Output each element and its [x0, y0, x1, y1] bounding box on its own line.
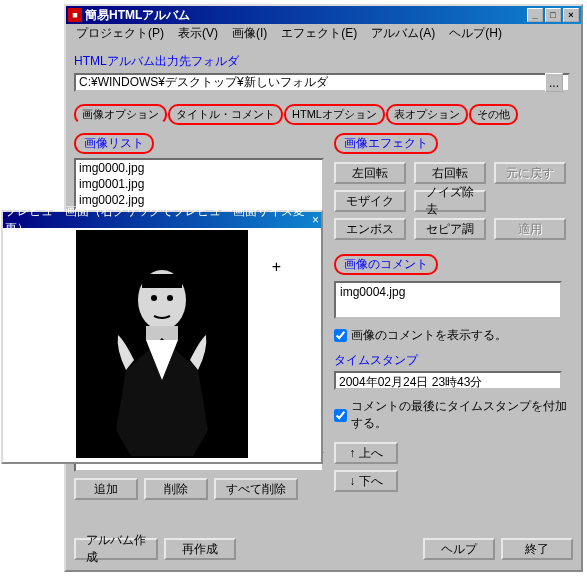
menu-album[interactable]: アルバム(A) [365, 23, 441, 44]
emboss-button[interactable]: エンボス [334, 218, 406, 240]
maximize-button[interactable]: □ [545, 8, 561, 22]
quit-button[interactable]: 終了 [501, 538, 573, 560]
comment-label: 画像のコメント [334, 254, 438, 275]
denoise-button[interactable]: ノイズ除去 [414, 190, 486, 212]
app-icon: ■ [68, 8, 82, 22]
tab-title-comment[interactable]: タイトル・コメント [168, 104, 283, 125]
svg-rect-3 [146, 326, 178, 340]
output-path-field[interactable]: C:¥WINDOWS¥デスクトップ¥新しいフォルダ [74, 73, 570, 92]
rotate-right-button[interactable]: 右回転 [414, 162, 486, 184]
delete-button[interactable]: 削除 [144, 478, 208, 500]
revert-button[interactable]: 元に戻す [494, 162, 566, 184]
comment-field[interactable]: img0004.jpg [334, 281, 562, 319]
list-item[interactable]: img0000.jpg [76, 160, 322, 176]
create-album-button[interactable]: アルバム作成 [74, 538, 158, 560]
output-folder-label: HTMLアルバム出力先フォルダ [74, 53, 573, 70]
recreate-button[interactable]: 再作成 [164, 538, 236, 560]
menu-effect[interactable]: エフェクト(E) [275, 23, 363, 44]
checkbox-icon[interactable] [334, 329, 347, 342]
effect-label: 画像エフェクト [334, 133, 438, 154]
delete-all-button[interactable]: すべて削除 [214, 478, 298, 500]
menu-view[interactable]: 表示(V) [172, 23, 224, 44]
move-up-button[interactable]: ↑ 上へ [334, 442, 398, 464]
show-comment-checkbox[interactable]: 画像のコメントを表示する。 [334, 327, 573, 344]
svg-point-4 [151, 295, 157, 301]
preview-image [76, 230, 248, 458]
apply-button[interactable]: 適用 [494, 218, 566, 240]
tab-table-options[interactable]: 表オプション [386, 104, 468, 125]
minimize-button[interactable]: _ [527, 8, 543, 22]
tab-other[interactable]: その他 [469, 104, 518, 125]
checkbox-icon[interactable] [334, 409, 347, 422]
menu-project[interactable]: プロジェクト(P) [70, 23, 170, 44]
tab-html-options[interactable]: HTMLオプション [284, 104, 385, 125]
rotate-left-button[interactable]: 左回転 [334, 162, 406, 184]
svg-rect-2 [142, 274, 182, 288]
timestamp-field[interactable]: 2004年02月24日 23時43分 [334, 371, 562, 390]
crosshair-icon: + [272, 258, 281, 276]
browse-button[interactable]: ... [545, 73, 563, 92]
move-down-button[interactable]: ↓ 下へ [334, 470, 398, 492]
tabs: 画像オプション タイトル・コメント HTMLオプション 表オプション その他 [74, 104, 573, 125]
preview-close-button[interactable]: × [312, 213, 319, 227]
titlebar: ■ 簡易HTMLアルバム _ □ × [66, 6, 581, 24]
preview-window[interactable]: プレビュー画面（右クリックでプレビュー画面サイズ変更） × + [1, 210, 323, 464]
footer: アルバム作成 再作成 ヘルプ 終了 [70, 538, 577, 564]
list-item[interactable]: img0001.jpg [76, 176, 322, 192]
close-button[interactable]: × [563, 8, 579, 22]
menubar: プロジェクト(P) 表示(V) 画像(I) エフェクト(E) アルバム(A) ヘ… [66, 24, 581, 43]
tab-image-options[interactable]: 画像オプション [74, 104, 167, 125]
sepia-button[interactable]: セピア調 [414, 218, 486, 240]
preview-body: + [3, 228, 321, 462]
help-button[interactable]: ヘルプ [423, 538, 495, 560]
mosaic-button[interactable]: モザイク [334, 190, 406, 212]
preview-titlebar: プレビュー画面（右クリックでプレビュー画面サイズ変更） × [3, 212, 321, 228]
add-button[interactable]: 追加 [74, 478, 138, 500]
window-title: 簡易HTMLアルバム [85, 7, 525, 24]
svg-point-5 [167, 295, 173, 301]
image-list-label: 画像リスト [74, 133, 154, 154]
menu-image[interactable]: 画像(I) [226, 23, 273, 44]
menu-help[interactable]: ヘルプ(H) [443, 23, 508, 44]
timestamp-label: タイムスタンプ [334, 352, 573, 369]
append-ts-checkbox[interactable]: コメントの最後にタイムスタンプを付加する。 [334, 398, 573, 432]
